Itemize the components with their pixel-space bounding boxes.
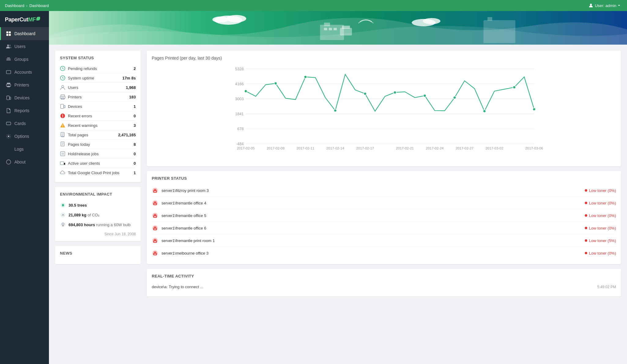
status-row-active-clients: Active user clients 0 — [60, 159, 136, 168]
svg-rect-106 — [154, 252, 156, 253]
svg-text:5328: 5328 — [235, 67, 244, 71]
status-row-printers: Printers 183 — [60, 92, 136, 102]
svg-point-66 — [304, 75, 307, 78]
sidebar-item-users[interactable]: Users — [0, 40, 49, 53]
sidebar-item-logs[interactable]: Logs — [0, 143, 49, 156]
value-pending-refunds: 2 — [134, 66, 136, 71]
breadcrumb-current[interactable]: Dashboard — [29, 3, 49, 8]
left-column: System Status Pending refunds 2 — [55, 51, 141, 296]
svg-rect-3 — [6, 34, 8, 36]
svg-point-74 — [533, 108, 536, 111]
env-since: Since Jun 18, 2008 — [60, 232, 136, 236]
activity-text: device\a: Trying to connect ... — [152, 285, 597, 289]
svg-rect-30 — [484, 20, 515, 43]
svg-rect-92 — [154, 204, 156, 204]
svg-rect-98 — [154, 226, 156, 228]
printer-name: server1\fremantle office 5 — [161, 213, 585, 218]
svg-rect-27 — [324, 28, 327, 30]
printer-icon — [152, 212, 158, 219]
status-row-warnings: Recent warnings 3 — [60, 121, 136, 130]
sidebar-item-dashboard[interactable]: Dashboard — [0, 27, 49, 40]
printer-status-text: Low toner (0%) — [589, 201, 616, 205]
clients-icon — [60, 160, 65, 166]
value-printers: 183 — [129, 95, 136, 99]
about-icon — [6, 159, 11, 165]
device-icon-status — [60, 104, 65, 109]
sidebar-item-printers[interactable]: Printers — [0, 79, 49, 91]
sidebar-item-options[interactable]: Options — [0, 130, 49, 143]
label-printers: Printers — [68, 95, 129, 99]
realtime-title: Real-time Activity — [152, 274, 616, 278]
sidebar-label-cards: Cards — [14, 121, 26, 126]
groups-icon — [6, 57, 11, 62]
status-row-errors: Recent errors 0 — [60, 111, 136, 121]
svg-point-24 — [423, 18, 440, 24]
sidebar-label-reports: Reports — [14, 108, 29, 113]
user-menu[interactable]: User: admin — [588, 3, 622, 8]
printer-status-text: Low toner (5%) — [589, 238, 616, 243]
system-status-card: System Status Pending refunds 2 — [55, 51, 141, 182]
svg-point-70 — [423, 94, 426, 97]
printer-row: server1\fremantle office 6 Low toner (0%… — [152, 222, 616, 234]
value-total-pages: 2,471,165 — [118, 133, 136, 137]
label-warnings: Recent warnings — [68, 123, 134, 128]
svg-rect-29 — [334, 28, 337, 30]
printer-row: server1\fitzroy print room 3 Low toner (… — [152, 184, 616, 197]
pages-icon-2 — [60, 142, 65, 147]
status-dot — [585, 252, 587, 254]
svg-text:2017-02-21: 2017-02-21 — [396, 146, 414, 150]
svg-rect-47 — [60, 162, 64, 165]
sidebar-item-cards[interactable]: Cards — [0, 117, 49, 130]
env-co2: 21,089 kg of CO₂ — [60, 210, 136, 220]
svg-point-0 — [590, 4, 592, 6]
svg-rect-94 — [154, 214, 156, 215]
sidebar-label-groups: Groups — [14, 57, 28, 62]
sidebar-label-about: About — [14, 160, 26, 164]
chart-title: Pages Printed (per day, last 30 days) — [152, 56, 616, 61]
value-cloud-print: 1 — [134, 171, 136, 175]
main-layout: PaperCutMF Dashboard Users Groups — [0, 11, 627, 364]
svg-point-72 — [483, 110, 486, 112]
logo-text: PaperCutMF — [5, 17, 36, 23]
devices-icon — [6, 95, 11, 101]
status-row-pages-today: Pages today 8 — [60, 140, 136, 149]
svg-rect-7 — [6, 59, 11, 59]
sidebar-item-accounts[interactable]: Accounts — [0, 66, 49, 79]
hold-icon — [60, 151, 65, 156]
user-icon — [588, 3, 593, 8]
status-row-users: Users 1,968 — [60, 83, 136, 92]
svg-rect-40 — [61, 104, 64, 108]
printer-row: server1\fremantle office 5 Low toner (0%… — [152, 209, 616, 222]
status-dot — [585, 214, 587, 217]
status-row-uptime: System uptime 17m 8s — [60, 73, 136, 83]
sidebar-item-reports[interactable]: Reports — [0, 104, 49, 117]
svg-rect-28 — [329, 28, 332, 30]
sidebar-label-devices: Devices — [14, 95, 30, 100]
svg-rect-9 — [7, 58, 10, 58]
value-active-clients: 0 — [134, 161, 136, 166]
printer-name: server1\fremantle office 6 — [161, 226, 585, 230]
reports-icon — [6, 108, 11, 113]
breadcrumb-dashboard[interactable]: Dashboard — [5, 3, 24, 8]
dashboard-content: System Status Pending refunds 2 — [49, 45, 627, 364]
svg-text:2017-02-27: 2017-02-27 — [456, 146, 473, 150]
printer-icon — [152, 225, 158, 231]
sidebar-item-devices[interactable]: Devices — [0, 91, 49, 104]
leaf-icon — [60, 202, 66, 208]
svg-text:2017-02-24: 2017-02-24 — [426, 146, 444, 150]
clock-icon-1 — [60, 66, 65, 71]
env-trees: 30.5 trees — [60, 200, 136, 210]
user-icon-status — [60, 85, 65, 90]
svg-point-71 — [453, 96, 456, 99]
sidebar-item-groups[interactable]: Groups — [0, 53, 49, 66]
options-icon — [6, 134, 11, 139]
svg-point-6 — [9, 45, 11, 46]
sidebar-label-logs: Logs — [14, 147, 24, 152]
svg-rect-100 — [154, 229, 156, 230]
co2-value: 21,089 kg — [69, 213, 87, 217]
printer-status-text: Low toner (0%) — [589, 251, 616, 256]
environmental-impact-card: Environmental Impact 30.5 trees — [55, 187, 141, 241]
value-errors: 0 — [134, 114, 136, 118]
status-row-cloud-print: Total Google Cloud Print jobs 1 — [60, 168, 136, 177]
sidebar-item-about[interactable]: About — [0, 156, 49, 168]
